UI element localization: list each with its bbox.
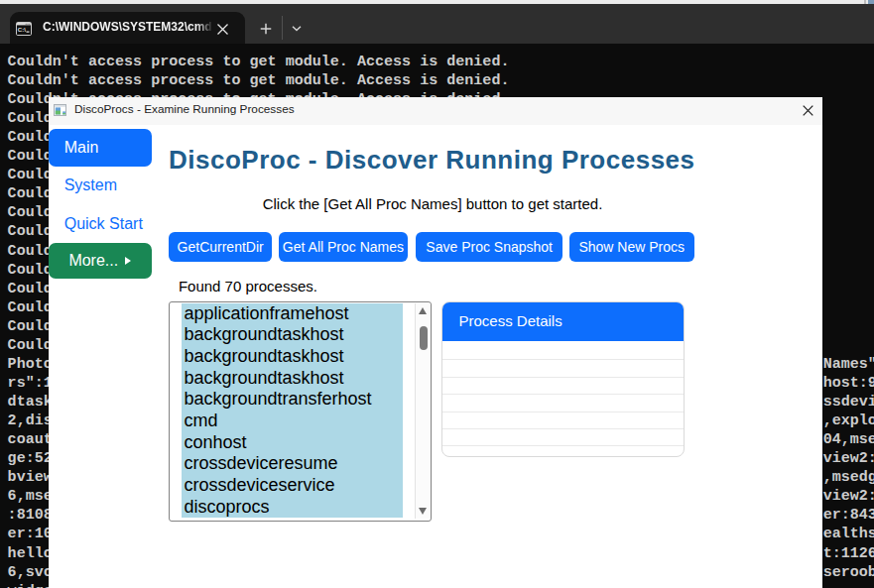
- svg-text:C:\: C:\: [18, 27, 26, 33]
